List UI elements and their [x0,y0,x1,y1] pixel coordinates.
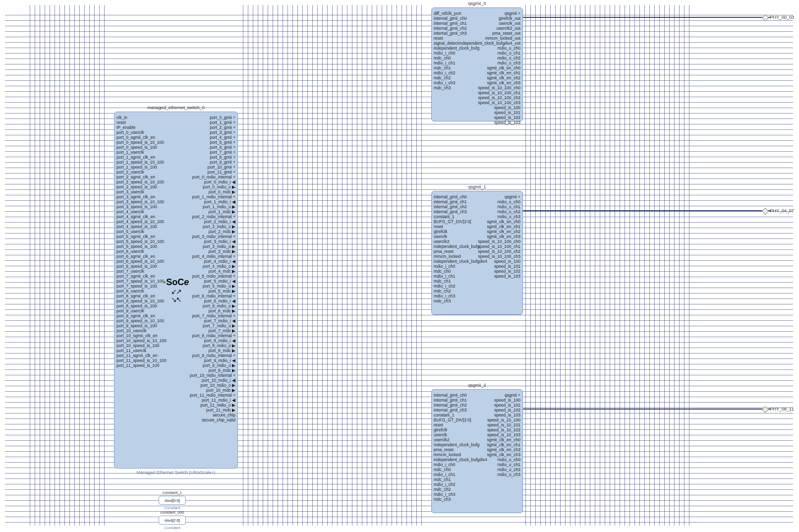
qsgmii_2-right-port: speed_is_10_100 [487,417,520,422]
switch-left-port: port_8_speed_is_10_100 [116,298,164,303]
qsgmii_0-right-port: mdio_o_ch3 [498,60,520,65]
external-port: PHY_04_07 [763,208,794,214]
switch-left-port: port_4_speed_is_10_100 [116,219,164,224]
switch-left-port: port_9_speed_is_10_100 [116,318,164,323]
net-line [45,5,45,526]
switch-right-port: port_9_gmii + [210,160,235,165]
switch-left-port: port_2_speed_is_100 [116,184,157,189]
switch-right-port: port_3_mdio_internal + [192,234,235,239]
net-line [397,5,397,526]
constant-subtype: Constant [159,526,185,530]
qsgmii_2-right-port: sgmii_clk_en_ch1 [487,442,520,447]
switch-left-port: port_3_speed_is_10_100 [116,199,164,204]
switch-right-port: port_7_mdio_o ▶ [203,323,235,328]
net-line [372,5,372,526]
qsgmii_1-right-port: speed_is_102 [494,269,520,274]
switch-right-port: port_10_mdio_internal + [190,373,235,378]
switch-right-port: port_7_mdio_internal + [192,313,235,318]
qsgmii_2-left-port: internal_gmii_ch2 [434,403,467,408]
qsgmii_2-right-port: mdio_o_ch0 [498,457,520,462]
net-line [99,5,100,526]
net-line [292,5,293,526]
qsgmii_2-left-port: internal_gmii_ch0 [434,393,467,398]
qsgmii_2-left-port: mdc_ch0 [434,467,451,472]
qsgmii_2-left-port: mdio_i_ch0 [434,462,455,467]
net-line [302,5,303,526]
switch-left-port: port_2_speed_is_10_100 [116,179,164,184]
net-line [550,5,551,526]
switch-left-port: port_11_speed_is_10_100 [116,358,167,363]
qsgmii_1-left-port: mmcm_locked [434,254,461,259]
net-bus [523,210,771,211]
net-line [5,97,793,97]
net-line [620,5,620,526]
switch-right-port: port_3_mdio_o ▶ [203,244,235,249]
switch-left-port: port_3_userclk [116,189,144,194]
net-line [5,484,793,484]
switch-right-port: secure_chip_valid [202,417,235,422]
switch-left-port: port_0_userclk [116,130,144,135]
net-line [392,5,392,526]
switch-right-port: port_5_mdio_internal + [192,274,235,279]
net-line [5,86,793,86]
qsgmii_2-right-port: speed_is_10_102 [487,427,520,432]
qsgmii_1-left-port: mdio_i_ch2 [434,284,455,289]
switch-left-port: port_4_sgmii_clk_en [116,214,155,219]
switch-left-port: port_6_userclk [116,249,144,254]
qsgmii_2-left-port: constant_1 [434,413,455,417]
net-line [59,5,60,526]
qsgmii_0-left-port: mdc_ch2 [434,75,451,80]
switch-left-port: IP_enable [116,125,135,130]
qsgmii_1-right-port: mdio_o_ch1 [498,204,520,209]
qsgmii_0-right-port: speed_is_102 [494,115,520,120]
switch-subtitle: Managed Ethernet Switch (UltraScale+) [114,470,237,475]
switch-left-port: port_7_speed_is_10_100 [116,279,164,284]
qsgmii_1-right-port: qsgmii + [505,194,520,199]
switch-right-port: port_0_mdio_o ▶ [203,184,235,189]
net-line [332,5,333,526]
switch-left-port: port_3_speed_is_100 [116,204,157,209]
switch-right-port: port_6_mdio_internal + [192,294,235,298]
net-line [50,5,50,526]
qsgmii_1-left-port: constant_1 [434,214,455,219]
net-line [5,102,793,103]
switch-right-port: port_9_mdio_o ▶ [203,363,235,368]
net-line [5,42,793,43]
switch-right-port: port_2_mdc ▶ [209,229,235,234]
net-line [5,495,793,495]
net-line [585,5,585,526]
net-line [278,5,278,526]
switch-right-port: port_11_mdio_i ◀ [202,398,235,403]
net-line [84,5,85,526]
switch-left-port: port_6_speed_is_100 [116,264,157,269]
net-line [644,5,645,526]
qsgmii_2-left-port: mdc_ch2 [434,487,451,492]
switch-right-port: port_10_gmii + [208,165,235,170]
switch-left-port: port_10_speed_is_100 [116,343,160,348]
switch-left-port: port_1_sgmii_clk_en [116,155,155,160]
qsgmii_0-left-port: internal_gmii_ch2 [434,26,467,31]
constant-subtype: Constant [159,506,185,510]
switch-left-port: port_10_sgmii_clk_en [116,333,158,338]
net-line [342,5,342,526]
external-port: PHY_08_11 [763,407,794,412]
qsgmii_1-right-port: speed_is_10_100_ch2 [478,249,520,254]
qsgmii_2-right-port: mdio_o_ch1 [498,462,520,467]
net-line [5,517,793,517]
switch-left-port: port_2_userclk [116,170,144,175]
switch-right-port: port_1_mdio_internal + [192,194,235,199]
net-line [595,5,595,526]
qsgmii_2-right-port: speed_is_101 [494,403,520,408]
qsgmii_2-left-port: mdc_ch1 [434,477,451,482]
net-line [570,5,571,526]
net-line [525,5,526,526]
qsgmii_0-right-port: mdio_o_ch2 [498,56,520,60]
qsgmii_2-left-port: BUFG_GT_DIV[2:0] [434,417,471,422]
qsgmii_0-right-port: pma_reset_out [492,31,520,36]
net-line [327,5,328,526]
switch-right-port: port_0_mdc ▶ [209,189,235,194]
switch-left-port: reset [116,120,126,125]
switch-right-port: port_6_mdc ▶ [209,308,235,313]
qsgmii_1: qsgmii_1internal_gmii_ch0internal_gmii_c… [431,191,523,315]
qsgmii_2-right-port: speed_is_10_101 [487,422,520,427]
